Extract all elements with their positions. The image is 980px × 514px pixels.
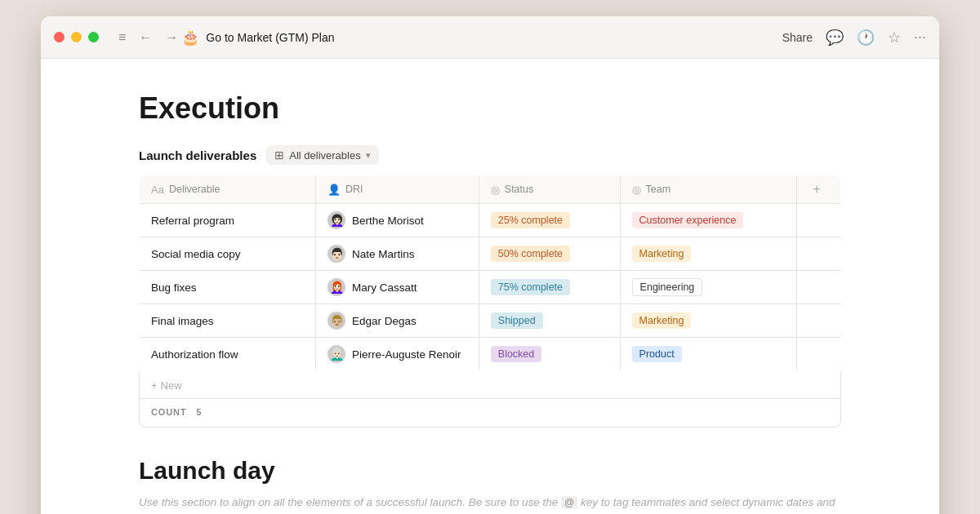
dri-name: Berthe Morisot <box>352 215 424 227</box>
cell-dri: 👩🏻‍🦱 Berthe Morisot <box>316 204 479 237</box>
minimize-button[interactable] <box>71 32 82 42</box>
status-badge: Blocked <box>491 346 541 362</box>
new-row-area: + New <box>140 373 840 399</box>
cell-dri: 👨🏼 Edgar Degas <box>316 304 479 338</box>
app-window: ≡ ← → 🎂 Go to Market (GTM) Plan Share 💬 … <box>41 16 939 514</box>
cell-team: Marketing <box>620 304 796 338</box>
titlebar-actions: Share 💬 🕐 ☆ ··· <box>782 29 926 47</box>
cell-status: Shipped <box>479 304 620 338</box>
cell-add <box>796 271 840 304</box>
cell-status: 75% complete <box>479 271 620 304</box>
cell-team: Product <box>620 338 796 371</box>
avatar: 👩🏻‍🦱 <box>327 211 345 229</box>
table-row: Social media copy 👨🏻 Nate Martins 50% co… <box>140 237 841 271</box>
dri-name: Nate Martins <box>352 248 415 260</box>
circle-icon-2: ◎ <box>632 184 641 196</box>
count-row: COUNT 5 <box>140 399 840 425</box>
more-options-icon[interactable]: ··· <box>914 29 926 46</box>
status-badge: 50% complete <box>491 246 570 262</box>
count-label: COUNT <box>151 407 187 417</box>
back-button[interactable]: ← <box>136 29 155 47</box>
forward-button[interactable]: → <box>162 29 181 47</box>
cell-team: Marketing <box>620 237 796 271</box>
circle-icon: ◎ <box>491 184 500 196</box>
status-badge: 75% complete <box>491 279 570 295</box>
add-column-button[interactable]: + <box>808 182 826 197</box>
cell-status: 25% complete <box>479 204 620 237</box>
cell-status: 50% complete <box>479 237 620 271</box>
col-header-status: ◎ Status <box>479 175 620 204</box>
table-icon: ⊞ <box>274 148 284 162</box>
close-button[interactable] <box>54 32 65 42</box>
col-header-team: ◎ Team <box>620 175 796 204</box>
dri-name: Edgar Degas <box>352 315 416 327</box>
sidebar-toggle-button[interactable]: ≡ <box>115 29 129 47</box>
maximize-button[interactable] <box>88 32 99 42</box>
star-icon[interactable]: ☆ <box>888 29 901 47</box>
count-value: 5 <box>196 407 202 417</box>
cell-team: Customer experience <box>620 204 796 237</box>
table-row: Final images 👨🏼 Edgar Degas Shipped Mark… <box>140 304 841 338</box>
team-badge: Marketing <box>632 246 692 262</box>
cell-deliverable: Final images <box>140 304 316 338</box>
dri-name: Pierre-Auguste Renoir <box>352 348 461 361</box>
new-row-label: New <box>161 379 182 392</box>
share-button[interactable]: Share <box>782 31 813 44</box>
avatar: 👨🏼 <box>327 312 345 330</box>
table-header: Aa Deliverable 👤 DRI ◎ Status <box>140 175 841 204</box>
new-row-button[interactable]: + New <box>151 379 182 392</box>
avatar: 👩🏻‍🦰 <box>327 278 345 296</box>
launch-day-title: Launch day <box>139 457 841 485</box>
status-badge: Shipped <box>491 312 543 329</box>
view-selector-label: All deliverables <box>289 149 360 162</box>
table-row: Bug fixes 👩🏻‍🦰 Mary Cassatt 75% complete… <box>140 271 841 304</box>
at-symbol: @ <box>561 496 577 509</box>
cell-dri: 👩🏻‍🦰 Mary Cassatt <box>316 271 479 304</box>
avatar: 👨🏻‍🦳 <box>327 345 345 363</box>
cell-status: Blocked <box>479 338 620 371</box>
table-row: Authorization flow 👨🏻‍🦳 Pierre-Auguste R… <box>140 338 841 371</box>
page-title-area: 🎂 Go to Market (GTM) Plan <box>181 29 334 47</box>
page-title: Go to Market (GTM) Plan <box>206 31 334 44</box>
main-content: Execution Launch deliverables ⊞ All deli… <box>41 59 939 514</box>
cell-dri: 👨🏻‍🦳 Pierre-Auguste Renoir <box>316 338 479 371</box>
col-header-dri: 👤 DRI <box>316 175 479 204</box>
cell-team: Engineering <box>620 271 796 304</box>
deliverables-table: Aa Deliverable 👤 DRI ◎ Status <box>139 175 841 371</box>
page-emoji: 🎂 <box>181 29 199 47</box>
table-row: Referral program 👩🏻‍🦱 Berthe Morisot 25%… <box>140 204 841 237</box>
traffic-lights <box>54 32 99 42</box>
history-icon[interactable]: 🕐 <box>857 29 875 47</box>
team-badge: Engineering <box>632 278 703 296</box>
cell-add <box>796 204 840 237</box>
avatar: 👨🏻 <box>327 245 345 263</box>
table-footer: + New COUNT 5 <box>139 371 841 428</box>
text-icon: Aa <box>151 184 164 196</box>
add-column-header: + <box>796 175 840 204</box>
person-icon: 👤 <box>327 184 341 196</box>
cell-add <box>796 338 840 371</box>
launch-day-section: Launch day Use this section to align on … <box>139 457 841 514</box>
comment-icon[interactable]: 💬 <box>826 29 844 47</box>
col-header-deliverable: Aa Deliverable <box>140 175 316 204</box>
status-badge: 25% complete <box>491 212 570 228</box>
table-header-row: Launch deliverables ⊞ All deliverables ▾ <box>139 145 841 165</box>
view-selector-button[interactable]: ⊞ All deliverables ▾ <box>266 145 378 165</box>
nav-controls: ≡ ← → <box>115 29 181 47</box>
plus-icon: + <box>151 379 158 392</box>
cell-deliverable: Social media copy <box>140 237 316 271</box>
launch-day-subtitle: Use this section to align on all the ele… <box>139 494 841 514</box>
cell-add <box>796 304 840 338</box>
cell-deliverable: Bug fixes <box>140 271 316 304</box>
section-title: Execution <box>139 91 841 126</box>
cell-deliverable: Referral program <box>140 204 316 237</box>
table-body: Referral program 👩🏻‍🦱 Berthe Morisot 25%… <box>140 204 841 371</box>
team-badge: Product <box>632 346 682 362</box>
cell-add <box>796 237 840 271</box>
team-badge: Marketing <box>632 312 692 329</box>
cell-deliverable: Authorization flow <box>140 338 316 371</box>
chevron-down-icon: ▾ <box>366 150 371 161</box>
dri-name: Mary Cassatt <box>352 281 417 294</box>
titlebar: ≡ ← → 🎂 Go to Market (GTM) Plan Share 💬 … <box>41 16 939 59</box>
team-badge: Customer experience <box>632 212 744 228</box>
